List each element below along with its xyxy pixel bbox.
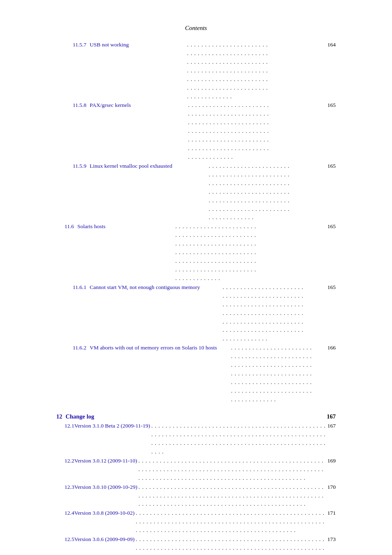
toc-number[interactable]: 11.6 bbox=[65, 222, 74, 231]
chapter-12-entry: 12 Change log 167 bbox=[56, 412, 336, 421]
toc-entry-11-6: 11.6Solaris hosts. . . . . . . . . . . .… bbox=[56, 222, 336, 282]
sub-toc-number[interactable]: 12.2 bbox=[65, 457, 74, 465]
toc-dots: . . . . . . . . . . . . . . . . . . . . … bbox=[188, 101, 270, 161]
chapter-12-number[interactable]: 12 bbox=[56, 412, 62, 421]
toc-dots: . . . . . . . . . . . . . . . . . . . . … bbox=[187, 41, 269, 101]
sub-toc-dots: . . . . . . . . . . . . . . . . . . . . … bbox=[151, 422, 326, 456]
toc-number[interactable]: 11.5.9 bbox=[73, 162, 86, 171]
toc-title[interactable]: Linux kernel vmalloc pool exhausted bbox=[90, 162, 172, 171]
chapter-12-page: 167 bbox=[327, 412, 336, 421]
toc-dots: . . . . . . . . . . . . . . . . . . . . … bbox=[175, 222, 258, 282]
sub-toc-page: 173 bbox=[327, 535, 336, 544]
page: Contents 11.5.7USB not working. . . . . … bbox=[56, 0, 336, 555]
toc-page: 165 bbox=[327, 101, 336, 110]
toc-entry-11-6-2: 11.6.2VM aborts with out of memory error… bbox=[56, 344, 336, 404]
sub-toc-page: 169 bbox=[327, 457, 336, 465]
sub-toc-number[interactable]: 12.4 bbox=[65, 509, 74, 518]
page-heading: Contents bbox=[56, 25, 336, 32]
sub-toc-page: 171 bbox=[327, 509, 336, 518]
sub-toc-number[interactable]: 12.5 bbox=[65, 535, 74, 544]
toc-page: 165 bbox=[327, 283, 336, 292]
sub-toc-number[interactable]: 12.3 bbox=[65, 483, 74, 492]
sub-toc-number[interactable]: 12.1 bbox=[65, 422, 74, 430]
sub-entry-12-3: 12.3Version 3.0.10 (2009-10-29). . . . .… bbox=[56, 483, 336, 509]
toc-number[interactable]: 11.6.1 bbox=[73, 283, 86, 292]
sub-entry-12-4: 12.4Version 3.0.8 (2009-10-02). . . . . … bbox=[56, 509, 336, 535]
sub-toc-title[interactable]: Version 3.1.0 Beta 2 (2009-11-19) bbox=[74, 422, 150, 430]
sub-entry-12-1: 12.1Version 3.1.0 Beta 2 (2009-11-19). .… bbox=[56, 422, 336, 456]
sub-toc-title[interactable]: Version 3.0.10 (2009-10-29) bbox=[74, 483, 138, 492]
toc-number[interactable]: 11.5.8 bbox=[73, 101, 86, 110]
toc-page: 165 bbox=[327, 162, 336, 171]
toc-title[interactable]: PAX/grsec kernels bbox=[90, 101, 131, 110]
toc-title[interactable]: Solaris hosts bbox=[77, 222, 106, 231]
toc-page: 165 bbox=[327, 222, 336, 231]
sub-entry-12-2: 12.2Version 3.0.12 (2009-11-10). . . . .… bbox=[56, 457, 336, 483]
toc-dots: . . . . . . . . . . . . . . . . . . . . … bbox=[209, 162, 291, 222]
toc-dots: . . . . . . . . . . . . . . . . . . . . … bbox=[231, 344, 313, 404]
toc-number[interactable]: 11.6.2 bbox=[73, 344, 86, 352]
sub-toc-title[interactable]: Version 3.0.12 (2009-11-10) bbox=[74, 457, 137, 465]
toc-page: 164 bbox=[327, 41, 336, 49]
toc-entry-11-5-9: 11.5.9Linux kernel vmalloc pool exhauste… bbox=[56, 162, 336, 222]
sub-toc-title[interactable]: Version 3.0.6 (2009-09-09) bbox=[74, 535, 135, 544]
sub-toc-dots: . . . . . . . . . . . . . . . . . . . . … bbox=[138, 457, 326, 483]
toc-entry-11-5-7: 11.5.7USB not working. . . . . . . . . .… bbox=[56, 41, 336, 101]
sub-entry-12-5: 12.5Version 3.0.6 (2009-09-09). . . . . … bbox=[56, 535, 336, 555]
toc-entry-11-6-1: 11.6.1Cannot start VM, not enough contig… bbox=[56, 283, 336, 343]
sub-toc-dots: . . . . . . . . . . . . . . . . . . . . … bbox=[136, 535, 326, 555]
sub-toc-page: 167 bbox=[327, 422, 336, 430]
toc-title[interactable]: USB not working bbox=[90, 41, 129, 49]
toc-entry-11-5-8: 11.5.8PAX/grsec kernels. . . . . . . . .… bbox=[56, 101, 336, 161]
toc-title[interactable]: Cannot start VM, not enough contiguous m… bbox=[90, 283, 200, 292]
sub-toc-title[interactable]: Version 3.0.8 (2009-10-02) bbox=[74, 509, 135, 518]
sub-toc-dots: . . . . . . . . . . . . . . . . . . . . … bbox=[138, 483, 326, 509]
toc-page: 166 bbox=[327, 344, 336, 352]
toc-number[interactable]: 11.5.7 bbox=[73, 41, 86, 49]
chapter-12-title[interactable]: Change log bbox=[66, 412, 95, 421]
toc-title[interactable]: VM aborts with out of memory errors on S… bbox=[90, 344, 217, 352]
sub-toc-page: 170 bbox=[327, 483, 336, 492]
sub-toc-dots: . . . . . . . . . . . . . . . . . . . . … bbox=[136, 509, 326, 535]
toc-dots: . . . . . . . . . . . . . . . . . . . . … bbox=[223, 283, 305, 343]
